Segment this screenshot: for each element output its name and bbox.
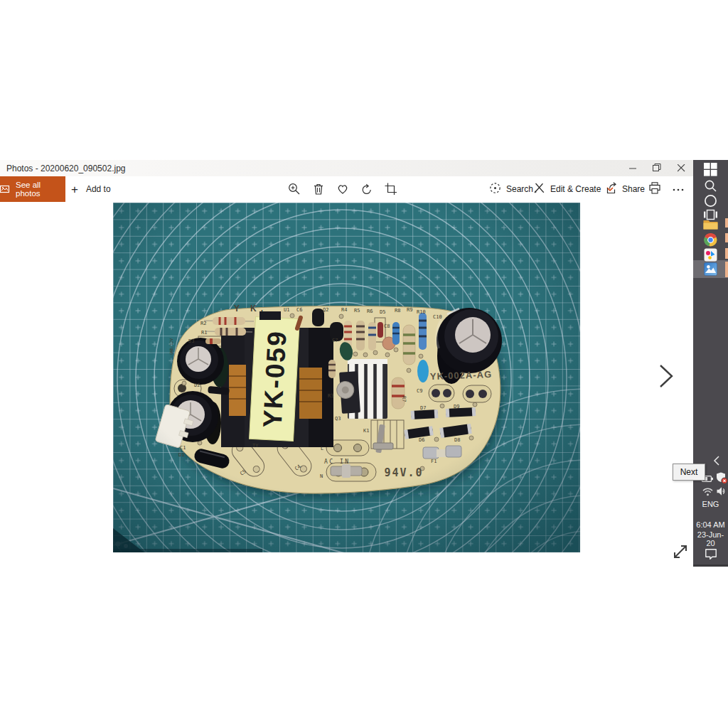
see-all-photos-button[interactable]: See all photos xyxy=(0,176,65,202)
pcb-photo-svg: YK-059 xyxy=(113,203,580,552)
edit-create-button[interactable]: Edit & Create xyxy=(533,176,614,202)
show-hidden-chevron-icon xyxy=(713,456,720,466)
favorite-button[interactable] xyxy=(336,183,349,196)
file-explorer-folder-icon xyxy=(703,218,718,230)
search-label: Search xyxy=(506,184,533,194)
add-plus-icon: + xyxy=(71,183,78,196)
see-all-photos-label: See all photos xyxy=(16,181,65,198)
photo-shading xyxy=(113,203,580,552)
print-button[interactable] xyxy=(648,176,661,202)
edit-create-label: Edit & Create xyxy=(550,184,601,194)
file-explorer-button[interactable] xyxy=(703,218,718,230)
screen-capture-region: Photos - 20200620_090502.jpg See all pho… xyxy=(0,160,728,567)
add-to-button[interactable]: + Add to xyxy=(71,176,111,202)
clock-date[interactable]: 23-Jun-20 xyxy=(693,530,728,547)
photo-viewer: YK-059 xyxy=(0,202,693,567)
action-center-icon xyxy=(705,549,717,560)
pictures-icon xyxy=(0,184,11,195)
search-button[interactable]: Search xyxy=(489,176,533,202)
photos-app-button[interactable] xyxy=(704,262,717,276)
volume-speaker-icon xyxy=(717,486,727,496)
resize-diagonal-arrow-icon xyxy=(671,542,690,561)
date-label: 23-Jun-20 xyxy=(697,530,724,547)
rotate-icon xyxy=(360,183,373,196)
cortana-button[interactable] xyxy=(704,194,717,208)
next-tooltip: Next xyxy=(673,464,705,481)
volume-indicator[interactable] xyxy=(717,486,727,496)
photos-app-icon xyxy=(704,262,717,276)
titlebar[interactable]: Photos - 20200620_090502.jpg xyxy=(0,160,693,176)
see-more-ellipsis-icon xyxy=(673,184,684,194)
wifi-icon xyxy=(702,487,713,496)
see-more-button[interactable] xyxy=(673,176,684,202)
search-viewfinder-icon xyxy=(489,182,501,196)
delete-trash-icon xyxy=(312,183,325,196)
defender-status[interactable] xyxy=(716,472,728,484)
photos-window: Photos - 20200620_090502.jpg See all pho… xyxy=(0,160,693,567)
windows-start-icon xyxy=(704,163,717,176)
cortana-circle-icon xyxy=(704,194,717,208)
image-tools xyxy=(288,176,397,202)
toolbar: See all photos + Add to Search Edit & Cr… xyxy=(0,176,693,202)
share-button[interactable]: Share xyxy=(605,176,645,202)
printer-icon xyxy=(648,182,661,196)
taskbar-search-button[interactable] xyxy=(704,179,717,193)
next-chevron-icon xyxy=(658,364,676,388)
paint-3d-icon xyxy=(704,248,717,262)
show-hidden-icons-button[interactable] xyxy=(713,456,720,466)
window-controls xyxy=(621,160,693,176)
edge-strip xyxy=(725,233,728,242)
share-icon xyxy=(605,182,617,196)
restore-button[interactable] xyxy=(645,160,669,176)
crop-icon xyxy=(385,183,397,196)
share-label: Share xyxy=(622,184,645,194)
rotate-button[interactable] xyxy=(360,183,373,196)
wifi-indicator[interactable] xyxy=(702,487,713,496)
restore-icon xyxy=(653,162,661,175)
window-title: Photos - 20200620_090502.jpg xyxy=(0,164,125,173)
language-indicator[interactable]: ENG xyxy=(693,500,728,508)
edge-strip xyxy=(725,218,728,228)
close-icon xyxy=(678,162,685,175)
edge-strip xyxy=(725,248,728,259)
defender-shield-alert-icon xyxy=(716,472,728,484)
edge-strip xyxy=(725,262,728,277)
taskbar: ENG 6:04 AM 23-Jun-20 xyxy=(693,160,728,567)
crop-button[interactable] xyxy=(385,183,397,196)
edit-pen-icon xyxy=(533,182,545,196)
search-magnifier-icon xyxy=(704,179,717,193)
start-button[interactable] xyxy=(704,163,717,176)
action-center-button[interactable] xyxy=(705,549,717,560)
next-tooltip-label: Next xyxy=(680,467,698,477)
delete-button[interactable] xyxy=(312,183,325,196)
add-to-label: Add to xyxy=(86,184,111,194)
next-image-button[interactable] xyxy=(658,364,676,388)
photo-image[interactable]: YK-059 xyxy=(113,203,580,552)
paint-3d-button[interactable] xyxy=(704,248,717,262)
language-label: ENG xyxy=(702,500,719,508)
close-button[interactable] xyxy=(669,160,693,176)
minimize-icon xyxy=(629,162,637,175)
clock-time[interactable]: 6:04 AM xyxy=(693,520,728,529)
favorite-heart-icon xyxy=(336,183,349,196)
zoom-magnifier-icon xyxy=(288,183,301,196)
time-label: 6:04 AM xyxy=(696,520,724,529)
minimize-button[interactable] xyxy=(621,160,645,176)
resize-window-button[interactable] xyxy=(671,542,690,561)
chrome-browser-icon xyxy=(704,233,717,247)
chrome-button[interactable] xyxy=(704,233,717,247)
zoom-button[interactable] xyxy=(288,183,301,196)
